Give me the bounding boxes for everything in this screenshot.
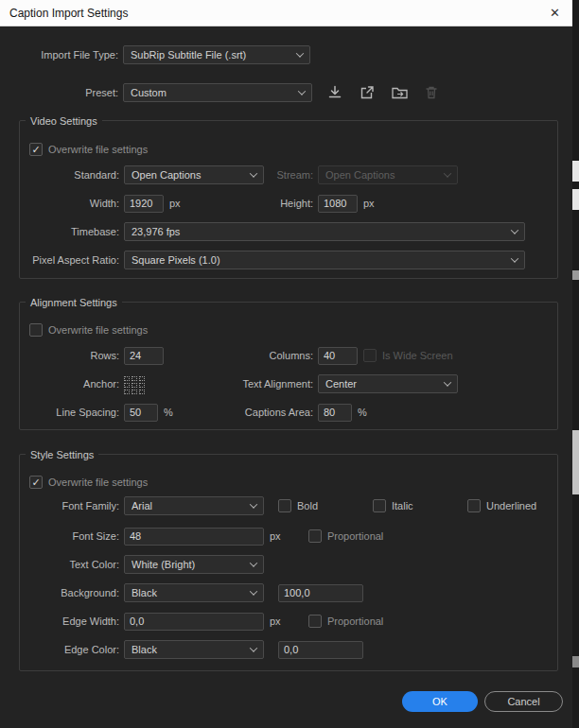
line-spacing-unit: % [164,407,173,418]
anchor-cell[interactable] [124,376,130,381]
width-label: Width: [20,194,119,213]
stream-value: Open Captions [325,169,437,181]
proportional-size-checkbox[interactable]: ✓ [308,529,322,543]
save-preset-icon[interactable] [325,83,345,102]
anchor-cell[interactable] [139,390,145,394]
stream-label: Stream: [190,165,313,184]
background-label: Background: [20,583,119,602]
check-icon: ✓ [31,145,40,155]
chevron-down-icon [250,500,257,508]
height-label: Height: [190,194,313,213]
rows-label: Rows: [20,346,119,365]
ok-button[interactable]: OK [402,691,478,712]
cancel-button[interactable]: Cancel [484,691,563,712]
anchor-cell[interactable] [139,383,145,388]
video-overwrite-checkbox[interactable]: ✓ [29,143,43,156]
font-size-label: Font Size: [20,527,119,546]
proportional-edge-checkbox[interactable]: ✓ [308,615,322,628]
captions-area-input[interactable] [318,404,352,422]
anchor-cell[interactable] [132,390,137,394]
italic-checkbox[interactable]: ✓ [373,499,386,512]
style-overwrite-checkbox[interactable]: ✓ [29,476,43,489]
edge-opacity-input[interactable] [278,641,363,659]
chevron-down-icon [444,169,451,177]
underlined-label: Underlined [486,500,536,511]
text-alignment-select[interactable]: Center [318,374,458,393]
edge-color-value: Black [132,644,243,655]
italic-label: Italic [392,500,413,511]
import-file-type-label: Import File Type: [0,45,118,64]
video-settings-title: Video Settings [26,113,102,129]
edge-width-label: Edge Width: [20,612,119,631]
proportional-size-label: Proportional [327,530,383,542]
preset-select[interactable]: Custom [123,83,312,102]
alignment-overwrite-label: Overwrite file settings [48,324,148,336]
height-unit: px [363,198,375,209]
background-strip [572,0,579,728]
chevron-down-icon [296,49,304,57]
pixel-aspect-ratio-select[interactable]: Square Pixels (1.0) [124,251,525,269]
is-wide-screen-label: Is Wide Screen [382,350,453,361]
font-family-label: Font Family: [20,496,119,515]
text-color-label: Text Color: [20,555,119,574]
caption-import-settings-dialog: Caption Import Settings ✕ Import File Ty… [0,0,572,728]
dialog-title: Caption Import Settings [9,7,128,20]
alignment-overwrite-checkbox[interactable]: ✓ [29,323,43,337]
bold-checkbox[interactable]: ✓ [278,499,291,512]
preset-label: Preset: [0,83,118,102]
underlined-checkbox[interactable]: ✓ [467,499,481,512]
anchor-cell[interactable] [132,383,137,388]
pixel-aspect-ratio-value: Square Pixels (1.0) [132,254,504,266]
anchor-cell[interactable] [132,376,137,381]
proportional-edge-label: Proportional [327,615,383,627]
preset-row: Preset: Custom [0,83,572,102]
timebase-label: Timebase: [20,222,119,241]
text-color-select[interactable]: White (Bright) [124,555,264,574]
anchor-cell[interactable] [124,383,130,388]
import-preset-icon[interactable] [389,83,410,102]
import-file-type-value: SubRip Subtitle File (.srt) [131,49,290,61]
delete-preset-icon [421,83,442,102]
rows-input[interactable] [124,347,164,365]
height-input[interactable] [318,195,358,213]
background-color-value: Black [132,587,243,598]
import-file-type-select[interactable]: SubRip Subtitle File (.srt) [123,45,310,64]
import-file-type-row: Import File Type: SubRip Subtitle File (… [0,45,572,64]
anchor-cell[interactable] [139,376,145,381]
line-spacing-input[interactable] [124,404,158,422]
edge-color-select[interactable]: Black [124,640,264,659]
background-opacity-input[interactable] [278,584,363,602]
chevron-down-icon [511,254,518,262]
pixel-aspect-ratio-label: Pixel Aspect Ratio: [20,251,119,269]
timebase-select[interactable]: 23,976 fps [124,222,525,241]
captions-area-label: Captions Area: [190,403,313,422]
export-preset-icon[interactable] [357,83,377,102]
chevron-down-icon [444,378,451,386]
anchor-grid-control[interactable] [124,376,145,394]
standard-label: Standard: [20,165,119,184]
edge-color-label: Edge Color: [20,640,119,659]
background-artifact [572,161,579,182]
background-color-select[interactable]: Black [124,583,264,602]
font-size-input[interactable] [124,528,264,546]
text-alignment-label: Text Alignment: [190,374,313,393]
close-icon[interactable]: ✕ [547,6,563,20]
bold-label: Bold [297,500,318,511]
anchor-label: Anchor: [20,374,119,393]
text-alignment-value: Center [325,378,437,390]
font-family-value: Arial [132,500,243,511]
anchor-cell[interactable] [124,390,130,394]
is-wide-screen-checkbox: ✓ [363,349,377,362]
check-icon: ✓ [31,477,40,488]
edge-width-input[interactable] [124,613,264,631]
preset-value: Custom [131,87,291,98]
font-family-select[interactable]: Arial [124,496,264,515]
style-settings-group: Style Settings ✓ Overwrite file settings… [19,454,558,671]
stream-select: Open Captions [318,165,458,184]
chevron-down-icon [511,226,518,234]
alignment-settings-title: Alignment Settings [26,295,122,310]
columns-input[interactable] [318,347,358,365]
background-artifact [572,430,579,494]
width-input[interactable] [124,195,164,213]
background-artifact [572,656,579,667]
